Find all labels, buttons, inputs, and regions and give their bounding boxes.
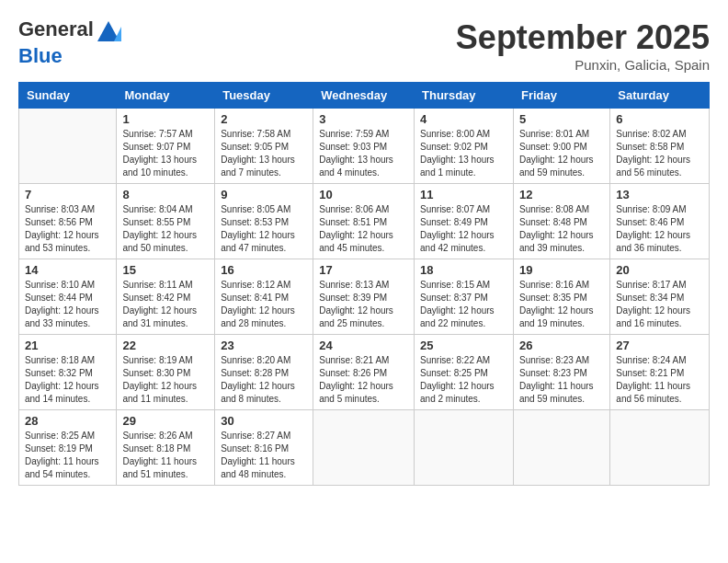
calendar-cell: 22Sunrise: 8:19 AM Sunset: 8:30 PM Dayli…: [117, 335, 215, 410]
calendar-week-row: 7Sunrise: 8:03 AM Sunset: 8:56 PM Daylig…: [19, 184, 710, 259]
day-number: 6: [616, 112, 703, 126]
month-title: September 2025: [456, 18, 710, 57]
day-number: 8: [122, 188, 209, 201]
day-number: 14: [25, 263, 110, 277]
calendar-cell: 11Sunrise: 8:07 AM Sunset: 8:49 PM Dayli…: [415, 184, 514, 259]
day-number: 10: [319, 188, 408, 201]
day-info: Sunrise: 8:10 AM Sunset: 8:44 PM Dayligh…: [25, 279, 110, 330]
location: Punxin, Galicia, Spain: [456, 57, 710, 73]
title-block: September 2025 Punxin, Galicia, Spain: [456, 18, 710, 73]
day-number: 12: [519, 188, 604, 201]
day-info: Sunrise: 8:19 AM Sunset: 8:30 PM Dayligh…: [122, 354, 209, 406]
day-info: Sunrise: 7:58 AM Sunset: 9:05 PM Dayligh…: [221, 128, 307, 179]
day-number: 28: [25, 414, 110, 428]
day-info: Sunrise: 7:57 AM Sunset: 9:07 PM Dayligh…: [122, 128, 209, 179]
day-number: 17: [319, 263, 408, 277]
calendar-cell: 12Sunrise: 8:08 AM Sunset: 8:48 PM Dayli…: [513, 184, 609, 259]
day-info: Sunrise: 8:21 AM Sunset: 8:26 PM Dayligh…: [319, 354, 408, 406]
day-number: 4: [420, 112, 507, 126]
day-info: Sunrise: 8:09 AM Sunset: 8:46 PM Dayligh…: [616, 203, 703, 255]
calendar-week-row: 1Sunrise: 7:57 AM Sunset: 9:07 PM Daylig…: [19, 109, 710, 184]
header-monday: Monday: [117, 83, 215, 109]
calendar-cell: 18Sunrise: 8:15 AM Sunset: 8:37 PM Dayli…: [415, 259, 514, 335]
calendar-cell: [513, 410, 609, 486]
calendar-cell: 16Sunrise: 8:12 AM Sunset: 8:41 PM Dayli…: [215, 259, 313, 335]
calendar-cell: [415, 410, 514, 486]
calendar-cell: 7Sunrise: 8:03 AM Sunset: 8:56 PM Daylig…: [19, 184, 117, 259]
calendar-cell: 25Sunrise: 8:22 AM Sunset: 8:25 PM Dayli…: [415, 335, 514, 410]
calendar-cell: 21Sunrise: 8:18 AM Sunset: 8:32 PM Dayli…: [19, 335, 117, 410]
day-number: 18: [420, 263, 507, 277]
day-info: Sunrise: 8:15 AM Sunset: 8:37 PM Dayligh…: [420, 279, 507, 330]
day-number: 5: [519, 112, 604, 126]
day-info: Sunrise: 8:25 AM Sunset: 8:19 PM Dayligh…: [25, 430, 110, 481]
day-info: Sunrise: 7:59 AM Sunset: 9:03 PM Dayligh…: [319, 128, 408, 179]
day-number: 23: [221, 339, 307, 352]
header-sunday: Sunday: [19, 83, 117, 109]
day-number: 13: [616, 188, 703, 201]
day-info: Sunrise: 8:05 AM Sunset: 8:53 PM Dayligh…: [221, 203, 307, 255]
calendar-cell: [313, 410, 415, 486]
calendar-cell: 5Sunrise: 8:01 AM Sunset: 9:00 PM Daylig…: [513, 109, 609, 184]
day-number: 22: [122, 339, 209, 352]
logo-general: General: [18, 18, 121, 45]
day-info: Sunrise: 8:12 AM Sunset: 8:41 PM Dayligh…: [221, 279, 307, 330]
day-number: 19: [519, 263, 604, 277]
page-header: General Blue September 2025 Punxin, Gali…: [18, 18, 710, 73]
calendar-table: SundayMondayTuesdayWednesdayThursdayFrid…: [18, 82, 710, 486]
day-number: 20: [616, 263, 703, 277]
calendar-cell: 2Sunrise: 7:58 AM Sunset: 9:05 PM Daylig…: [215, 109, 313, 184]
day-number: 25: [420, 339, 507, 352]
day-info: Sunrise: 8:22 AM Sunset: 8:25 PM Dayligh…: [420, 354, 507, 406]
calendar-cell: [19, 109, 117, 184]
calendar-cell: 10Sunrise: 8:06 AM Sunset: 8:51 PM Dayli…: [313, 184, 415, 259]
calendar-cell: 6Sunrise: 8:02 AM Sunset: 8:58 PM Daylig…: [610, 109, 710, 184]
calendar-header-row: SundayMondayTuesdayWednesdayThursdayFrid…: [19, 83, 710, 109]
header-saturday: Saturday: [610, 83, 710, 109]
day-info: Sunrise: 8:20 AM Sunset: 8:28 PM Dayligh…: [221, 354, 307, 406]
day-info: Sunrise: 8:26 AM Sunset: 8:18 PM Dayligh…: [122, 430, 209, 481]
header-friday: Friday: [513, 83, 609, 109]
day-info: Sunrise: 8:04 AM Sunset: 8:55 PM Dayligh…: [122, 203, 209, 255]
day-info: Sunrise: 8:07 AM Sunset: 8:49 PM Dayligh…: [420, 203, 507, 255]
day-number: 21: [25, 339, 110, 352]
day-number: 15: [122, 263, 209, 277]
day-info: Sunrise: 8:23 AM Sunset: 8:23 PM Dayligh…: [519, 354, 604, 406]
day-info: Sunrise: 8:17 AM Sunset: 8:34 PM Dayligh…: [616, 279, 703, 330]
day-info: Sunrise: 8:27 AM Sunset: 8:16 PM Dayligh…: [221, 430, 307, 481]
day-number: 2: [221, 112, 307, 126]
day-info: Sunrise: 8:03 AM Sunset: 8:56 PM Dayligh…: [25, 203, 110, 255]
logo: General Blue: [18, 18, 121, 67]
day-number: 11: [420, 188, 507, 201]
calendar-cell: 3Sunrise: 7:59 AM Sunset: 9:03 PM Daylig…: [313, 109, 415, 184]
logo-blue: Blue: [18, 45, 121, 67]
calendar-cell: 14Sunrise: 8:10 AM Sunset: 8:44 PM Dayli…: [19, 259, 117, 335]
calendar-cell: 29Sunrise: 8:26 AM Sunset: 8:18 PM Dayli…: [117, 410, 215, 486]
day-info: Sunrise: 8:16 AM Sunset: 8:35 PM Dayligh…: [519, 279, 604, 330]
header-tuesday: Tuesday: [215, 83, 313, 109]
day-number: 9: [221, 188, 307, 201]
calendar-cell: 8Sunrise: 8:04 AM Sunset: 8:55 PM Daylig…: [117, 184, 215, 259]
header-wednesday: Wednesday: [313, 83, 415, 109]
day-number: 26: [519, 339, 604, 352]
day-number: 27: [616, 339, 703, 352]
calendar-cell: 20Sunrise: 8:17 AM Sunset: 8:34 PM Dayli…: [610, 259, 710, 335]
calendar-cell: 23Sunrise: 8:20 AM Sunset: 8:28 PM Dayli…: [215, 335, 313, 410]
day-info: Sunrise: 8:01 AM Sunset: 9:00 PM Dayligh…: [519, 128, 604, 179]
day-number: 7: [25, 188, 110, 201]
day-number: 30: [221, 414, 307, 428]
day-info: Sunrise: 8:11 AM Sunset: 8:42 PM Dayligh…: [122, 279, 209, 330]
calendar-cell: 19Sunrise: 8:16 AM Sunset: 8:35 PM Dayli…: [513, 259, 609, 335]
day-number: 1: [122, 112, 209, 126]
calendar-cell: 30Sunrise: 8:27 AM Sunset: 8:16 PM Dayli…: [215, 410, 313, 486]
day-info: Sunrise: 8:18 AM Sunset: 8:32 PM Dayligh…: [25, 354, 110, 406]
calendar-cell: 13Sunrise: 8:09 AM Sunset: 8:46 PM Dayli…: [610, 184, 710, 259]
calendar-cell: 4Sunrise: 8:00 AM Sunset: 9:02 PM Daylig…: [415, 109, 514, 184]
calendar-cell: 17Sunrise: 8:13 AM Sunset: 8:39 PM Dayli…: [313, 259, 415, 335]
day-number: 29: [122, 414, 209, 428]
day-number: 16: [221, 263, 307, 277]
day-info: Sunrise: 8:13 AM Sunset: 8:39 PM Dayligh…: [319, 279, 408, 330]
day-info: Sunrise: 8:24 AM Sunset: 8:21 PM Dayligh…: [616, 354, 703, 406]
calendar-cell: 24Sunrise: 8:21 AM Sunset: 8:26 PM Dayli…: [313, 335, 415, 410]
calendar-cell: 26Sunrise: 8:23 AM Sunset: 8:23 PM Dayli…: [513, 335, 609, 410]
